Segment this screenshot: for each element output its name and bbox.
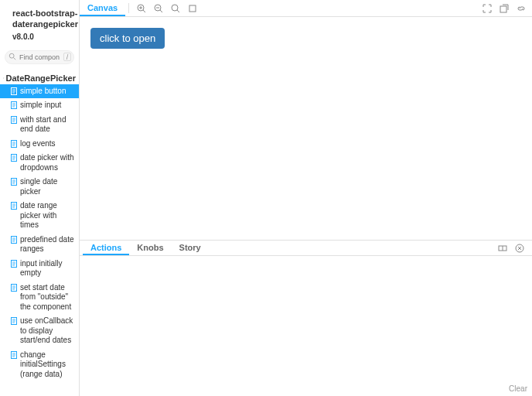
copy-link-icon[interactable]: [517, 4, 526, 13]
sidebar: react-bootstrap- daterangepicker v8.0.0 …: [0, 0, 80, 396]
component-group-label: DateRangePicker: [6, 73, 77, 83]
story-item-label: use onCallback to display start/end date…: [20, 316, 76, 346]
canvas-toolbar: Canvas: [80, 0, 532, 17]
zoom-in-icon[interactable]: [137, 4, 146, 13]
tab-canvas[interactable]: Canvas: [80, 0, 125, 16]
story-icon: [11, 351, 17, 359]
actions-clear-button[interactable]: Clear: [509, 384, 527, 393]
search-field[interactable]: /: [5, 50, 74, 64]
viewport-icon[interactable]: [188, 4, 197, 13]
story-item-label: simple button: [20, 87, 66, 97]
story-icon: [11, 202, 17, 210]
addons-body: Clear: [80, 256, 532, 396]
addons-close-icon[interactable]: [515, 244, 524, 253]
story-item-label: simple input: [20, 101, 61, 111]
svg-point-0: [9, 53, 14, 58]
story-item-label: log events: [20, 139, 56, 149]
story-item[interactable]: with start and end date: [0, 113, 79, 137]
addons-orientation-icon[interactable]: [498, 244, 507, 253]
story-item-label: date range picker with times: [20, 201, 76, 230]
brand-title-line1: react-bootstrap-: [12, 8, 78, 19]
story-item-label: set start date from "outside" the compon…: [20, 283, 76, 312]
story-item-label: with start and end date: [20, 115, 76, 135]
story-item-label: input initially empty: [20, 259, 76, 278]
story-icon: [11, 236, 17, 244]
story-icon: [11, 284, 17, 292]
story-icon: [11, 87, 17, 95]
open-new-tab-icon[interactable]: [500, 4, 509, 13]
story-icon: [11, 140, 17, 148]
addons-panel: Actions Knobs Story Clear: [80, 240, 532, 396]
story-icon: [11, 260, 17, 268]
story-item-label: predefined date ranges: [20, 235, 76, 254]
story-item[interactable]: simple button: [0, 84, 79, 99]
story-item[interactable]: set start date from "outside" the compon…: [0, 281, 79, 315]
svg-line-53: [143, 10, 145, 12]
story-icon: [11, 116, 17, 124]
story-item[interactable]: date range picker with times: [0, 199, 79, 233]
sidebar-header: react-bootstrap- daterangepicker v8.0.0 …: [0, 0, 79, 50]
addons-tab-knobs[interactable]: Knobs: [129, 241, 171, 255]
component-group[interactable]: DateRangePicker: [0, 72, 79, 84]
brand-title-line2: daterangepicker: [12, 19, 78, 29]
story-icon: [11, 178, 17, 186]
svg-rect-59: [189, 5, 196, 12]
story-tree: DateRangePicker simple buttonsimple inpu…: [0, 69, 79, 396]
story-item[interactable]: single date picker: [0, 175, 79, 199]
story-item[interactable]: simple input: [0, 98, 79, 113]
caret-down-icon: [3, 75, 5, 81]
story-item[interactable]: date picker with dropdowns: [0, 151, 79, 175]
search-input[interactable]: [19, 53, 60, 61]
search-shortcut-key: /: [63, 53, 71, 61]
svg-point-57: [172, 5, 178, 11]
story-item-label: change initialSettings (range data): [20, 350, 76, 380]
brand-version: v8.0.0: [12, 32, 78, 41]
zoom-out-icon[interactable]: [154, 4, 163, 13]
story-icon: [11, 101, 17, 109]
story-item-label: single date picker: [20, 177, 76, 196]
svg-rect-60: [500, 6, 506, 12]
canvas-preview: click to open: [80, 17, 532, 240]
svg-line-56: [160, 10, 162, 12]
addons-tab-actions[interactable]: Actions: [83, 241, 129, 255]
main-area: Canvas click to open Actions Knobs Story: [80, 0, 532, 396]
story-item-label: date picker with dropdowns: [20, 153, 76, 172]
story-item[interactable]: input initially empty: [0, 257, 79, 281]
addons-tab-story[interactable]: Story: [172, 241, 209, 255]
story-item[interactable]: log events: [0, 137, 79, 152]
svg-line-1: [14, 57, 16, 60]
story-item[interactable]: predefined date ranges: [0, 233, 79, 257]
search-icon: [9, 53, 16, 60]
story-item[interactable]: use onCallback to display start/end date…: [0, 314, 79, 348]
demo-open-button[interactable]: click to open: [90, 28, 165, 49]
fullscreen-icon[interactable]: [483, 4, 492, 13]
zoom-reset-icon[interactable]: [171, 4, 180, 13]
story-icon: [11, 317, 17, 325]
story-item[interactable]: change initialSettings (range data): [0, 348, 79, 382]
svg-line-58: [177, 10, 179, 12]
story-icon: [11, 154, 17, 162]
tab-divider: [128, 3, 129, 13]
